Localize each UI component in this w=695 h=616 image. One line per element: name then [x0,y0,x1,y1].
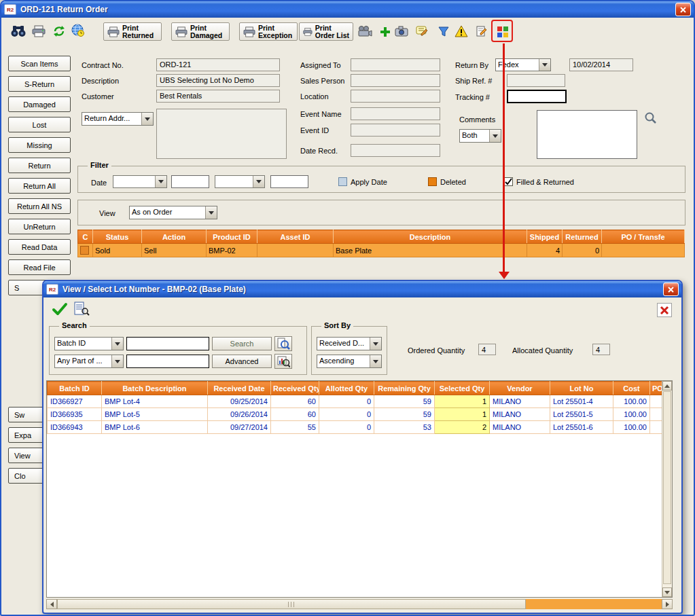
cell-vendor[interactable]: MILANO [490,408,550,421]
filter-date-input-2[interactable] [270,175,308,188]
cell-received-qty[interactable]: 60 [271,408,319,421]
cell-received-date[interactable]: 09/26/2014 [208,408,271,421]
filled-returned-checkbox[interactable] [504,177,513,186]
advanced-search-button[interactable] [274,354,292,369]
cell-description[interactable]: Base Plate [334,244,527,257]
select-lot-number-button[interactable] [494,23,512,41]
view-dropdown[interactable]: As on Order [129,206,217,219]
col-status[interactable]: Status [93,230,142,244]
sidebar-return-button[interactable]: Return [8,158,71,173]
print-order-list-button[interactable]: PrintOrder List [299,22,353,41]
cell-batch-description[interactable]: BMP Lot-5 [102,408,208,421]
cell-received-date[interactable]: 09/27/2014 [208,421,271,434]
chevron-down-icon[interactable] [370,338,381,350]
cell-remaining-qty[interactable]: 59 [374,395,435,408]
cell-product-id[interactable]: BMP-02 [207,244,257,257]
description-field[interactable]: UBS Selecting Lot No Demo [156,74,280,87]
cell-cost[interactable]: 100.00 [613,408,650,421]
cell-lot-no[interactable]: Lot 25501-5 [550,408,613,421]
sort-by-dropdown[interactable]: Received D... [317,337,382,350]
scroll-thumb-horizontal[interactable] [57,599,526,609]
cell-po[interactable] [650,408,663,421]
sidebar-unreturn-button[interactable]: UnReturn [8,219,71,234]
date-recd-field[interactable] [351,144,440,157]
col-po-transfer[interactable]: PO / Transfe [602,230,685,244]
sidebar-return-all-ns-button[interactable]: Return All NS [8,198,71,214]
cell-po[interactable] [602,244,685,257]
cell-cost[interactable]: 100.00 [613,421,650,434]
customer-field[interactable]: Best Rentals [156,90,280,103]
add-button[interactable] [376,23,394,41]
comments-search-button[interactable] [644,111,656,125]
cell-batch-id[interactable]: ID366935 [48,408,102,421]
cell-lot-no[interactable]: Lot 25501-6 [550,421,613,434]
cell-returned[interactable]: 0 [563,244,602,257]
chevron-down-icon[interactable] [253,176,264,187]
print-button[interactable] [30,22,48,40]
ship-ref-field[interactable] [507,74,565,87]
print-damaged-button[interactable]: PrintDamaged [171,22,230,41]
lot-row[interactable]: ID366935 BMP Lot-5 09/26/2014 60 0 59 1 … [48,408,663,421]
cell-received-date[interactable]: 09/25/2014 [208,395,271,408]
col-received-date[interactable]: Received Date [208,382,271,395]
chevron-down-icon[interactable] [155,176,166,187]
close-button[interactable] [675,3,691,16]
filter-date-dropdown-1[interactable] [113,175,167,188]
sales-person-field[interactable] [351,74,440,87]
cell-allotted-qty[interactable]: 0 [319,421,374,434]
cell-received-qty[interactable]: 55 [271,421,319,434]
sidebar-damaged-button[interactable]: Damaged [8,96,71,112]
col-po[interactable]: PO [650,382,663,395]
cell-cost[interactable]: 100.00 [613,395,650,408]
cell-po[interactable] [650,395,663,408]
location-field[interactable] [351,90,440,103]
find-button[interactable] [10,22,27,40]
search-go-button[interactable] [274,336,292,351]
comments-mode-dropdown[interactable]: Both [459,129,501,143]
edit-notes-button[interactable] [473,22,491,40]
col-returned[interactable]: Returned [563,230,602,244]
alerts-button[interactable] [452,22,470,40]
print-exception-button[interactable]: PrintException [239,22,298,41]
col-product-id[interactable]: Product ID [207,230,257,244]
col-description[interactable]: Description [334,230,527,244]
col-vendor[interactable]: Vendor [490,382,550,395]
search-field2-dropdown[interactable]: Any Part of ... [54,355,124,368]
sidebar-s-return-button[interactable]: S-Return [8,76,71,92]
snapshot-button[interactable] [393,22,410,40]
refresh-button[interactable] [50,22,68,40]
world-time-button[interactable] [69,22,87,39]
cell-asset-id[interactable] [257,244,334,257]
col-selected-qty[interactable]: Selected Qty [435,382,490,395]
search-input-1[interactable] [126,337,209,350]
assigned-to-field[interactable] [351,58,440,71]
cell-action[interactable]: Sell [142,244,207,257]
chevron-down-icon[interactable] [111,338,123,350]
report-button[interactable] [73,302,90,318]
return-addr-dropdown[interactable]: Return Addr... [82,112,154,126]
contract-no-field[interactable]: ORD-121 [156,58,280,71]
print-returned-button[interactable]: PrintReturned [103,22,162,41]
sidebar-read-file-button[interactable]: Read File [8,259,71,275]
chevron-down-icon[interactable] [539,59,550,71]
event-id-field[interactable] [351,124,440,137]
scroll-thumb-vertical[interactable] [663,391,671,584]
lot-row[interactable]: ID366927 BMP Lot-4 09/25/2014 60 0 59 1 … [48,395,663,408]
dialog-cancel-button[interactable] [657,303,672,317]
row-checkbox[interactable] [80,246,89,255]
sidebar-scan-items-button[interactable]: Scan Items [8,56,71,71]
cell-shipped[interactable]: 4 [527,244,563,257]
notes-button[interactable] [413,22,431,40]
cell-po[interactable] [650,421,663,434]
return-date-field[interactable]: 10/02/2014 [569,58,633,71]
chevron-down-icon[interactable] [205,206,217,219]
sidebar-return-all-button[interactable]: Return All [8,178,71,194]
search-button[interactable]: Search [212,337,272,350]
chevron-down-icon[interactable] [111,355,123,367]
filter-date-dropdown-2[interactable] [215,175,265,188]
cell-selected-qty[interactable]: 1 [435,408,490,421]
sidebar-missing-button[interactable]: Missing [8,137,71,153]
col-c[interactable]: C [78,230,93,244]
cell-vendor[interactable]: MILANO [490,421,550,434]
col-batch-description[interactable]: Batch Description [102,382,208,395]
